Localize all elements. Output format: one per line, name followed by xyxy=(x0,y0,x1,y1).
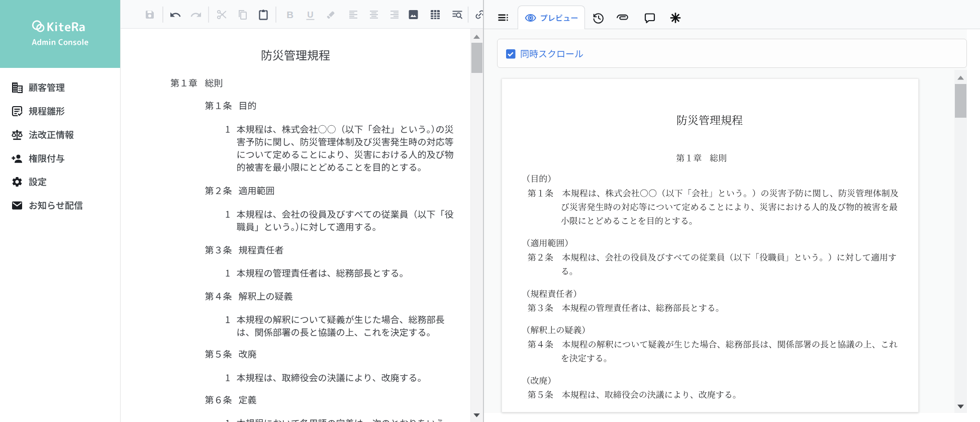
svg-text:U: U xyxy=(307,10,313,20)
svg-text:B: B xyxy=(286,10,293,20)
